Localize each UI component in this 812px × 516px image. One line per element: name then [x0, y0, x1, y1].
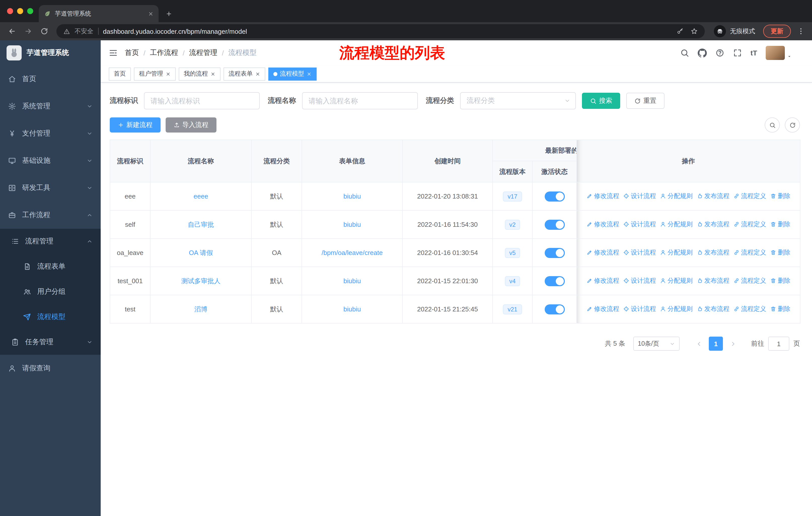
process-name-link[interactable]: OA 请假	[189, 249, 213, 256]
delete-link[interactable]: 删除	[770, 248, 790, 257]
breadcrumb-workflow[interactable]: 工作流程	[150, 48, 178, 57]
process-key-input[interactable]	[144, 92, 260, 109]
process-definition-link[interactable]: 流程定义	[733, 305, 766, 314]
publish-process-link[interactable]: 发布流程	[697, 305, 729, 314]
design-process-link[interactable]: 设计流程	[623, 192, 656, 200]
tag-close-icon[interactable]	[255, 71, 260, 76]
refresh-table-button[interactable]	[785, 117, 800, 133]
modify-process-link[interactable]: 修改流程	[586, 220, 619, 229]
process-definition-link[interactable]: 流程定义	[733, 220, 766, 229]
next-page-button[interactable]	[727, 336, 739, 351]
form-info-link[interactable]: biubiu	[343, 305, 361, 313]
tag-process-form[interactable]: 流程表单	[224, 67, 265, 80]
sidebar-item-infrastructure[interactable]: 基础设施	[0, 147, 101, 174]
address-bar[interactable]: 不安全 dashboard.yudao.iocoder.cn/bpm/manag…	[56, 24, 705, 38]
delete-link[interactable]: 删除	[770, 305, 790, 314]
assign-rule-link[interactable]: 分配规则	[660, 192, 693, 200]
modify-process-link[interactable]: 修改流程	[586, 248, 619, 257]
sidebar-item-leave-query[interactable]: 请假查询	[0, 355, 101, 382]
version-badge[interactable]: v4	[505, 276, 520, 286]
form-info-link[interactable]: biubiu	[343, 277, 361, 285]
reload-icon[interactable]	[37, 24, 51, 38]
page-number-button[interactable]: 1	[709, 336, 723, 351]
process-name-link[interactable]: eeee	[194, 192, 208, 200]
delete-link[interactable]: 删除	[770, 277, 790, 285]
design-process-link[interactable]: 设计流程	[623, 248, 656, 257]
goto-page-input[interactable]	[768, 336, 789, 351]
version-badge[interactable]: v17	[503, 191, 522, 201]
publish-process-link[interactable]: 发布流程	[697, 192, 729, 200]
github-icon[interactable]	[698, 48, 707, 57]
sidebar-item-home[interactable]: 首页	[0, 65, 101, 93]
assign-rule-link[interactable]: 分配规则	[660, 277, 693, 285]
modify-process-link[interactable]: 修改流程	[586, 305, 619, 314]
page-size-select[interactable]: 10条/页	[633, 336, 679, 351]
breadcrumb-home[interactable]: 首页	[125, 48, 139, 57]
update-button[interactable]: 更新	[763, 25, 791, 38]
show-search-toggle-button[interactable]	[765, 117, 780, 133]
minimize-window-button[interactable]	[17, 8, 23, 14]
sidebar-item-process-form[interactable]: 流程表单	[0, 254, 101, 279]
form-info-link[interactable]: /bpm/oa/leave/create	[322, 249, 383, 256]
process-category-select[interactable]: 流程分类	[460, 92, 576, 109]
assign-rule-link[interactable]: 分配规则	[660, 248, 693, 257]
form-info-link[interactable]: biubiu	[343, 192, 361, 200]
modify-process-link[interactable]: 修改流程	[586, 277, 619, 285]
hamburger-icon[interactable]	[109, 48, 118, 57]
browser-tab[interactable]: 芋道管理系统	[39, 5, 158, 22]
password-key-icon[interactable]	[676, 28, 684, 35]
form-info-link[interactable]: biubiu	[343, 221, 361, 228]
create-process-button[interactable]: 新建流程	[110, 117, 161, 133]
delete-link[interactable]: 删除	[770, 220, 790, 229]
design-process-link[interactable]: 设计流程	[623, 220, 656, 229]
process-definition-link[interactable]: 流程定义	[733, 277, 766, 285]
sidebar-item-task-mgmt[interactable]: 任务管理	[0, 330, 101, 355]
active-toggle[interactable]	[545, 219, 564, 229]
tab-close-icon[interactable]	[148, 11, 153, 17]
reset-button[interactable]: 重置	[626, 93, 665, 109]
tag-process-model[interactable]: 流程模型	[268, 67, 317, 80]
active-toggle[interactable]	[545, 276, 564, 286]
breadcrumb-process-mgmt[interactable]: 流程管理	[189, 48, 218, 57]
sidebar-item-devtools[interactable]: 研发工具	[0, 174, 101, 201]
tag-close-icon[interactable]	[166, 71, 171, 76]
modify-process-link[interactable]: 修改流程	[586, 192, 619, 200]
new-tab-button[interactable]	[162, 6, 176, 21]
publish-process-link[interactable]: 发布流程	[697, 220, 729, 229]
font-size-icon[interactable]	[751, 48, 757, 57]
search-icon[interactable]	[680, 48, 689, 57]
tag-close-icon[interactable]	[307, 71, 312, 76]
sidebar-item-payment[interactable]: 支付管理	[0, 120, 101, 147]
assign-rule-link[interactable]: 分配规则	[660, 305, 693, 314]
active-toggle[interactable]	[545, 191, 564, 201]
fullscreen-icon[interactable]	[733, 48, 742, 57]
tag-home[interactable]: 首页	[109, 67, 131, 80]
close-window-button[interactable]	[7, 8, 13, 14]
design-process-link[interactable]: 设计流程	[623, 277, 656, 285]
back-icon[interactable]	[5, 24, 19, 38]
active-toggle[interactable]	[545, 304, 564, 314]
tag-tenant-mgmt[interactable]: 租户管理	[134, 67, 176, 80]
sidebar-item-process-model[interactable]: 流程模型	[0, 304, 101, 330]
process-name-link[interactable]: 自己审批	[188, 220, 214, 228]
process-definition-link[interactable]: 流程定义	[733, 192, 766, 200]
version-badge[interactable]: v5	[505, 248, 520, 258]
browser-menu-icon[interactable]	[795, 24, 807, 38]
delete-link[interactable]: 删除	[770, 192, 790, 200]
sidebar-item-process-mgmt[interactable]: 流程管理	[0, 229, 101, 254]
help-question-icon[interactable]	[715, 48, 724, 57]
search-button[interactable]: 搜索	[582, 93, 620, 109]
publish-process-link[interactable]: 发布流程	[697, 277, 729, 285]
prev-page-button[interactable]	[693, 336, 705, 351]
design-process-link[interactable]: 设计流程	[623, 305, 656, 314]
process-name-input[interactable]	[302, 92, 418, 109]
process-definition-link[interactable]: 流程定义	[733, 248, 766, 257]
tag-my-process[interactable]: 我的流程	[179, 67, 221, 80]
version-badge[interactable]: v2	[505, 219, 520, 229]
process-name-link[interactable]: 滔博	[194, 305, 207, 313]
version-badge[interactable]: v21	[503, 304, 522, 314]
process-name-link[interactable]: 测试多审批人	[181, 277, 221, 284]
publish-process-link[interactable]: 发布流程	[697, 248, 729, 257]
tag-close-icon[interactable]	[210, 71, 215, 76]
import-process-button[interactable]: 导入流程	[166, 117, 216, 133]
